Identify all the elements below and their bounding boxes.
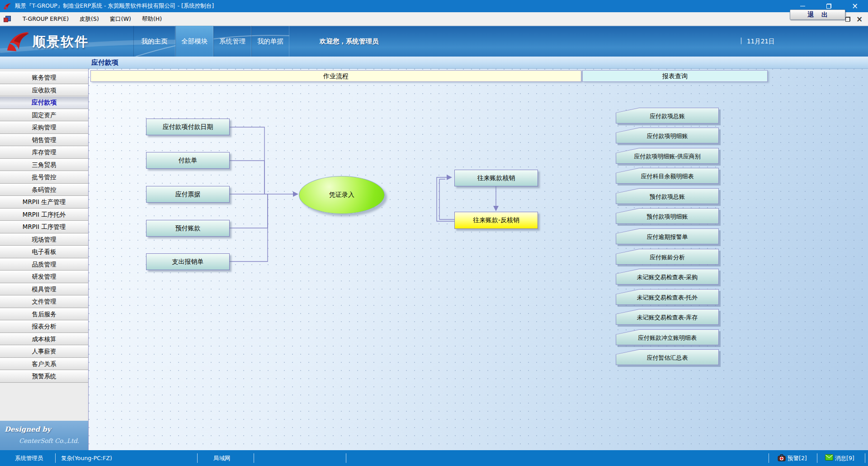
status-messages[interactable]: 消息[9]	[835, 450, 854, 466]
window-titlebar: 顺景『T-GROUP』制造业ERP系统 - 东莞顺景软件科技有限公司 - [系统…	[0, 0, 868, 12]
report-button-ap-overdue-alert[interactable]: 应付逾期报警单	[616, 228, 719, 244]
status-separator	[865, 453, 865, 463]
menu-skin[interactable]: 皮肤(S)	[74, 12, 104, 26]
sidebar-item-receivables[interactable]: 应收款项	[0, 84, 88, 97]
workflow-canvas: 作业流程 报表查询 应付款项付款日期 付款单 应付票据 预付账	[89, 69, 868, 450]
status-separator	[55, 453, 56, 463]
report-button-unposted-check-purchase[interactable]: 未记账交易检查表-采购	[616, 269, 719, 285]
sidebar-item-mold[interactable]: 模具管理	[0, 283, 88, 296]
designer-company-text: CenterSoft Co.,Ltd.	[19, 437, 79, 444]
sidebar-item-crm[interactable]: 客户关系	[0, 358, 88, 371]
current-date: 11月21日	[747, 38, 774, 46]
menu-help[interactable]: 帮助(H)	[137, 12, 167, 26]
status-alerts[interactable]: 预警[2]	[788, 450, 807, 466]
report-button-ap-estimate-summary[interactable]: 应付暂估汇总表	[616, 349, 719, 365]
tab-my-documents[interactable]: 我的单据	[251, 26, 289, 57]
sidebar-item-inventory[interactable]: 库存管理	[0, 146, 88, 159]
brand-logo-icon	[5, 29, 31, 55]
page-title-strip: 应付款项	[0, 57, 868, 69]
sidebar-item-lot-control[interactable]: 批号管控	[0, 171, 88, 184]
flow-node-voucher-entry[interactable]: 凭证录入	[299, 176, 385, 214]
sidebar-item-hr-payroll[interactable]: 人事薪资	[0, 345, 88, 358]
report-button-prepay-detail-ledger[interactable]: 预付款项明细账	[616, 208, 719, 224]
status-machine: 复杂(Young-PC:FZ)	[61, 450, 112, 466]
status-bar: 系统管理员 复杂(Young-PC:FZ) 局域网 预警[2] 消息[9]	[0, 450, 868, 466]
mdi-child-icon	[4, 16, 11, 22]
section-header-reports: 报表查询	[582, 70, 768, 82]
flow-node-payment-slip[interactable]: 付款单	[146, 152, 230, 169]
close-icon[interactable]: ×	[842, 0, 868, 12]
sidebar-item-mrp2-process[interactable]: MRPII 工序管理	[0, 221, 88, 233]
tab-my-home[interactable]: 我的主页	[133, 26, 175, 57]
module-sidebar: 账务管理 应收款项 应付款项 固定资产 采购管理 销售管理 库存管理 三角贸易 …	[0, 69, 89, 450]
flow-node-account-unverification[interactable]: 往来账款-反核销	[454, 212, 538, 229]
status-separator	[817, 453, 817, 463]
menu-window[interactable]: 窗口(W)	[104, 12, 137, 26]
designed-by-text: Designed by	[5, 425, 51, 433]
section-header-workflow: 作业流程	[90, 70, 581, 82]
sidebar-item-alert-system[interactable]: 预警系统	[0, 370, 88, 383]
alert-icon	[778, 454, 786, 463]
report-button-ap-detail-ledger[interactable]: 应付款项明细账	[616, 128, 719, 143]
erp-application-window: 顺景『T-GROUP』制造业ERP系统 - 东莞顺景软件科技有限公司 - [系统…	[0, 0, 868, 466]
report-button-ap-aging-analysis[interactable]: 应付账龄分析	[616, 249, 719, 265]
welcome-text: 欢迎您，系统管理员	[320, 26, 379, 57]
report-button-ap-offset-detail[interactable]: 应付账款冲立账明细表	[616, 329, 719, 345]
report-button-ap-account-balance[interactable]: 应付科目余额明细表	[616, 168, 719, 184]
sidebar-item-shopfloor[interactable]: 现场管理	[0, 233, 88, 246]
sidebar-item-fixed-assets[interactable]: 固定资产	[0, 109, 88, 122]
tab-all-modules[interactable]: 全部模块	[175, 26, 213, 57]
sidebar-item-kanban[interactable]: 电子看板	[0, 246, 88, 258]
flow-node-prepayment[interactable]: 预付账款	[146, 220, 230, 237]
sidebar-item-costing[interactable]: 成本核算	[0, 333, 88, 346]
report-button-unposted-check-inventory[interactable]: 未记账交易检查表-库存	[616, 309, 719, 325]
sidebar-item-purchasing[interactable]: 采购管理	[0, 121, 88, 134]
sidebar-item-sales[interactable]: 销售管理	[0, 134, 88, 147]
report-button-ap-detail-by-supplier[interactable]: 应付款项明细账-供应商别	[616, 148, 719, 164]
sidebar-item-quality[interactable]: 品质管理	[0, 258, 88, 271]
sidebar-item-payables[interactable]: 应付款项	[0, 96, 88, 109]
flow-node-payment-date[interactable]: 应付款项付款日期	[146, 119, 230, 135]
brand-logo-text: 顺景软件	[33, 33, 89, 51]
sidebar-item-rnd[interactable]: 研发管理	[0, 271, 88, 283]
message-icon	[825, 454, 833, 462]
status-network: 局域网	[213, 450, 231, 466]
status-separator	[346, 453, 346, 463]
flow-node-expense-claim[interactable]: 支出报销单	[146, 253, 230, 270]
report-button-unposted-check-outsourcing[interactable]: 未记账交易检查表-托外	[616, 289, 719, 305]
app-logo-icon	[3, 2, 11, 10]
sidebar-item-triangle-trade[interactable]: 三角贸易	[0, 159, 88, 171]
sidebar-item-documents[interactable]: 文件管理	[0, 295, 88, 308]
sidebar-item-mrp2-outsourcing[interactable]: MRPII 工序托外	[0, 209, 88, 221]
header-banner: 顺景软件 我的主页 全部模块 系统管理 我的单据 欢迎您，系统管理员 | 11月…	[0, 26, 868, 57]
tab-system-management[interactable]: 系统管理	[213, 26, 251, 57]
exit-button[interactable]: 退 出	[790, 10, 845, 20]
report-button-prepay-general-ledger[interactable]: 预付款项总账	[616, 188, 719, 204]
sidebar-item-barcode-control[interactable]: 条码管控	[0, 184, 88, 196]
sidebar-item-after-sales[interactable]: 售后服务	[0, 308, 88, 321]
flow-node-account-verification[interactable]: 往来账款核销	[454, 170, 538, 186]
report-button-ap-general-ledger[interactable]: 应付款项总账	[616, 108, 719, 124]
designed-by-panel: Designed by CenterSoft Co.,Ltd.	[0, 421, 88, 450]
sidebar-item-report-analysis[interactable]: 报表分析	[0, 320, 88, 333]
status-separator	[254, 453, 254, 463]
flow-node-notes-payable[interactable]: 应付票据	[146, 186, 230, 203]
window-title: 顺景『T-GROUP』制造业ERP系统 - 东莞顺景软件科技有限公司 - [系统…	[15, 2, 214, 10]
date-separator: |	[740, 37, 742, 44]
status-separator	[197, 453, 198, 463]
menu-tgroup-erp[interactable]: T-GROUP ERP(E)	[17, 12, 74, 26]
mdi-close-icon[interactable]: ×	[854, 14, 865, 24]
header-decorative-swoosh	[0, 26, 868, 57]
menu-bar: T-GROUP ERP(E) 皮肤(S) 窗口(W) 帮助(H) ×	[0, 12, 868, 26]
sidebar-item-accounting[interactable]: 账务管理	[0, 71, 88, 84]
status-separator	[769, 453, 769, 463]
status-user: 系统管理员	[15, 450, 43, 466]
sidebar-item-mrp2-production[interactable]: MRPII 生产管理	[0, 196, 88, 209]
page-title: 应付款项	[91, 58, 118, 67]
